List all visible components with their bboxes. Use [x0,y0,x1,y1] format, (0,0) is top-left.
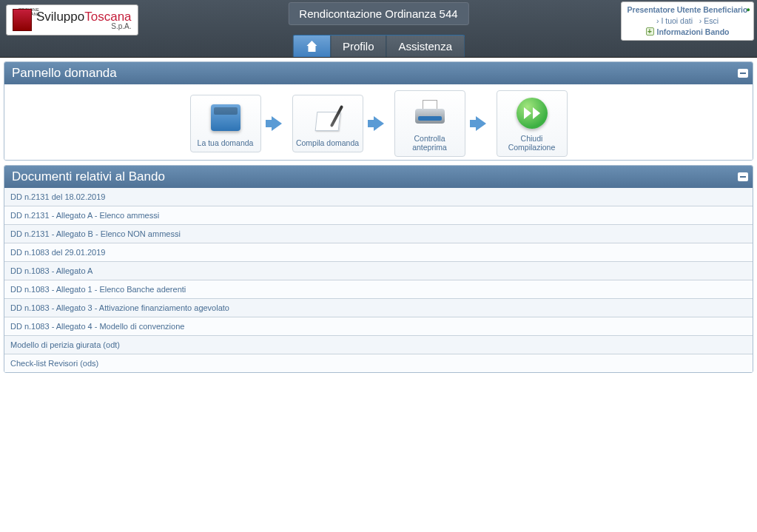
link-esci[interactable]: › Esci [699,16,719,25]
logo-toscana: Toscana [84,10,131,24]
panel-body-domanda: La tua domanda Compila domanda Controlla… [4,84,753,160]
panel-header-domanda: Pannello domanda [4,62,753,84]
panel-title-documenti: Documenti relativi al Bando [12,169,165,183]
go-forward-icon [500,95,564,131]
wf-label: Compila domanda [296,138,360,147]
workflow-row: La tua domanda Compila domanda Controlla… [4,84,753,160]
user-name: Utente Beneficiario [677,5,748,14]
arrow-right-icon [369,114,388,133]
document-link[interactable]: DD n.1083 - Allegato 3 - Attivazione fin… [4,299,753,317]
panel-body-documenti: DD n.2131 del 18.02.2019 DD n.2131 - All… [4,188,753,372]
content-area: Pannello domanda La tua domanda Compila … [0,58,757,381]
document-link[interactable]: DD n.1083 del 29.01.2019 [4,243,753,262]
drawer-icon [194,100,258,135]
logo-spa: S.p.A. [36,23,132,30]
panel-header-documenti: Documenti relativi al Bando [4,166,753,188]
logo-box[interactable]: REGIONE TOSCANA SviluppoToscana S.p.A. [6,4,138,36]
link-tuoi-dati[interactable]: › I tuoi dati [656,16,693,25]
document-link[interactable]: Modello di perizia giurata (odt) [4,336,753,354]
user-links: › I tuoi dati › Esci [626,16,749,27]
wf-label: Controlla anteprima [398,134,462,152]
tab-assistenza[interactable]: Assistenza [386,36,464,57]
wf-card-la-tua-domanda[interactable]: La tua domanda [190,95,261,152]
user-role-label: Presentatore [628,5,675,14]
document-link[interactable]: DD n.1083 - Allegato 1 - Elenco Banche a… [4,280,753,299]
logo-text: SviluppoToscana S.p.A. [36,10,132,30]
document-link[interactable]: DD n.2131 del 18.02.2019 [4,188,753,206]
document-link[interactable]: DD n.2131 - Allegato A - Elenco ammessi [4,206,753,225]
collapse-icon[interactable] [738,69,748,78]
home-icon [305,41,318,53]
page-title-badge: Rendicontazione Ordinanza 544 [288,2,468,25]
link-informazioni-bando[interactable]: + Informazioni Bando [646,27,730,38]
arrow-right-icon [267,114,286,133]
tab-home[interactable] [293,36,331,57]
top-bar: REGIONE TOSCANA SviluppoToscana S.p.A. R… [0,0,757,58]
wf-label: La tua domanda [194,138,258,147]
wf-label: Chiudi Compilazione [500,134,564,152]
wf-card-chiudi-compilazione[interactable]: Chiudi Compilazione [497,90,568,157]
pen-paper-icon [296,100,360,135]
document-link[interactable]: DD n.1083 - Allegato A [4,262,753,280]
wf-card-compila-domanda[interactable]: Compila domanda [292,95,363,152]
panel-documenti: Documenti relativi al Bando DD n.2131 de… [4,165,753,373]
wf-card-controlla-anteprima[interactable]: Controlla anteprima [394,90,465,157]
panel-pannello-domanda: Pannello domanda La tua domanda Compila … [4,61,753,161]
panel-title-domanda: Pannello domanda [12,66,117,80]
user-role-line: Presentatore Utente Beneficiario ● [626,4,749,16]
printer-icon [398,95,462,131]
toscana-emblem-icon [13,9,32,31]
main-nav: Profilo Assistenza [292,35,465,57]
tab-profilo[interactable]: Profilo [331,36,387,57]
close-icon[interactable]: ● [747,5,750,15]
document-link[interactable]: Check-list Revisori (ods) [4,354,753,372]
collapse-icon[interactable] [738,172,748,181]
logo-sviluppo: Sviluppo [36,10,84,24]
document-link[interactable]: DD n.1083 - Allegato 4 - Modello di conv… [4,317,753,336]
user-panel: Presentatore Utente Beneficiario ● › I t… [621,1,754,41]
plus-icon: + [646,27,654,36]
document-link[interactable]: DD n.2131 - Allegato B - Elenco NON amme… [4,225,753,243]
arrow-right-icon [471,114,491,133]
